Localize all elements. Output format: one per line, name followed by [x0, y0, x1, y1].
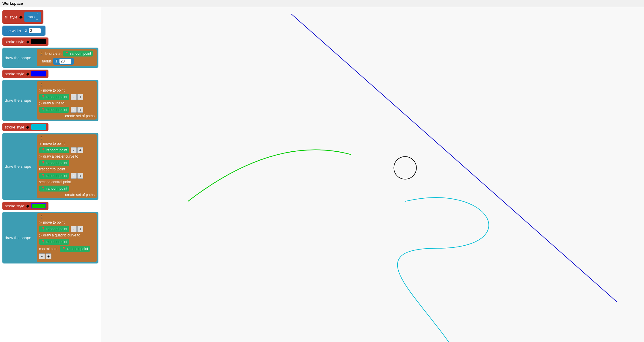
- stroke-style-2-block: stroke style ◆: [2, 70, 48, 78]
- move-to-row-3: ▷ move to point 📍 random point - +: [39, 142, 95, 153]
- draw-shape-2-inner: 🚶 ▷ move to point 📍 random point - +: [37, 81, 97, 120]
- draw-shape-1-content: 🚶 ▷ circle at 📍 random point radius: [35, 48, 98, 68]
- radius-input-wrapper: Σ: [53, 58, 74, 65]
- plus-btn-4a[interactable]: +: [77, 226, 83, 232]
- random-point-3d[interactable]: 📍 random point: [39, 186, 69, 192]
- radius-row: radius Σ: [39, 58, 95, 65]
- plus-btn-4b[interactable]: +: [45, 253, 51, 259]
- stroke-style-1-label: stroke style: [5, 40, 24, 44]
- person-icon: 🚶: [39, 51, 44, 56]
- left-panel: fill style ◆ trans ⌃⌄ line width Σ strok…: [0, 7, 101, 342]
- stroke-style-4-label: stroke style: [5, 204, 24, 208]
- random-point-3a[interactable]: 📍 random point: [39, 147, 69, 153]
- pin-icon-2a: 📍: [41, 95, 45, 99]
- stroke-2-color-swatch[interactable]: [31, 71, 46, 76]
- stroke-3-color-swatch[interactable]: [31, 124, 46, 130]
- move-to-row-4: ▷ move to point 📍 random point - +: [39, 220, 95, 232]
- pm-group-2a: - +: [71, 94, 83, 100]
- random-point-2b[interactable]: 📍 random point: [39, 107, 69, 113]
- triangle-icon-3b: ▷: [39, 154, 42, 159]
- random-point-4b[interactable]: 📍 random point: [39, 239, 69, 245]
- plus-btn-2a[interactable]: +: [77, 94, 83, 100]
- fill-style-value: trans: [27, 15, 35, 19]
- stroke-4-diamond-icon: ◆: [26, 203, 29, 208]
- fill-dropdown-arrow: ⌃⌄: [36, 13, 39, 21]
- fill-diamond-icon: ◆: [19, 15, 23, 19]
- draw-3-person-row: 🚶: [39, 136, 95, 140]
- line-width-input-wrapper: Σ: [23, 27, 43, 34]
- ctrl1-row: first control point 📍 random point - +: [39, 167, 95, 179]
- draw-2-person-row: 🚶: [39, 83, 95, 87]
- draw-shape-4-label: draw the shape: [5, 236, 31, 240]
- triangle-icon-2b: ▷: [39, 101, 42, 105]
- random-point-1[interactable]: 📍 random point: [63, 51, 93, 57]
- line-width-block: line width Σ: [2, 26, 45, 36]
- pin-icon-2b: 📍: [41, 108, 45, 112]
- fill-style-dropdown[interactable]: trans ⌃⌄: [24, 12, 41, 22]
- plus-btn-3b[interactable]: +: [77, 173, 83, 179]
- canvas-area[interactable]: [101, 7, 644, 342]
- radius-sigma: Σ: [56, 59, 58, 63]
- triangle-icon-4b: ▷: [39, 233, 42, 237]
- draw-shape-2-content: 🚶 ▷ move to point 📍 random point - +: [35, 80, 98, 121]
- triangle-icon-2: ▷: [39, 88, 42, 92]
- stroke-1-color-swatch[interactable]: [31, 39, 46, 44]
- radius-input[interactable]: [59, 59, 71, 64]
- minus-btn-4b[interactable]: -: [39, 253, 45, 259]
- pm-group-4a: - +: [71, 226, 83, 232]
- random-point-3c[interactable]: 📍 random point: [39, 173, 69, 179]
- stroke-3-diamond-icon: ◆: [26, 125, 29, 129]
- pin-icon-1: 📍: [65, 51, 69, 56]
- draw-4-person-row: 🚶: [39, 215, 95, 219]
- pin-icon-4c: 📍: [62, 247, 66, 251]
- triangle-icon-4a: ▷: [39, 220, 42, 225]
- plus-btn-2b[interactable]: +: [77, 107, 83, 113]
- minus-btn-3a[interactable]: -: [71, 147, 77, 153]
- pin-icon-4a: 📍: [41, 227, 45, 231]
- stroke-style-4-block: stroke style ◆: [2, 202, 48, 210]
- pm-group-4b: - +: [39, 253, 51, 259]
- main-layout: fill style ◆ trans ⌃⌄ line width Σ strok…: [0, 7, 644, 342]
- pin-icon-3a: 📍: [41, 148, 45, 152]
- pm-group-3b: - +: [71, 173, 83, 179]
- line-width-input[interactable]: [29, 28, 41, 33]
- random-point-4a[interactable]: 📍 random point: [39, 226, 69, 232]
- draw-shape-3-content: 🚶 ▷ move to point 📍 random point - +: [35, 133, 98, 200]
- fill-style-block: fill style ◆ trans ⌃⌄: [2, 10, 43, 24]
- draw-shape-3-block: draw the shape 🚶 ▷ move to point 📍 rando…: [2, 133, 98, 200]
- drawing-canvas: [101, 7, 644, 342]
- draw-shape-3-inner: 🚶 ▷ move to point 📍 random point - +: [37, 134, 97, 198]
- circle-label: ▷ circle at: [45, 51, 61, 56]
- minus-btn-2a[interactable]: -: [71, 94, 77, 100]
- minus-btn-3b[interactable]: -: [71, 173, 77, 179]
- draw-shape-1-block: draw the shape 🚶 ▷ circle at 📍 random po…: [2, 48, 98, 68]
- random-point-3b[interactable]: 📍 random point: [39, 160, 69, 166]
- pm-group-3a: - +: [71, 147, 83, 153]
- random-point-2a[interactable]: 📍 random point: [39, 94, 69, 100]
- person-icon-4: 🚶: [39, 215, 44, 219]
- plus-btn-3a[interactable]: +: [77, 147, 83, 153]
- workspace-title: Workspace: [2, 1, 23, 6]
- pin-icon-3d: 📍: [41, 186, 45, 191]
- draw-shape-1-label: draw the shape: [5, 56, 31, 60]
- stroke-4-color-swatch[interactable]: [31, 203, 46, 208]
- stroke-style-2-label: stroke style: [5, 72, 24, 76]
- stroke-2-diamond-icon: ◆: [26, 71, 29, 76]
- draw-shape-1-inner: 🚶 ▷ circle at 📍 random point radius: [37, 49, 97, 66]
- draw-shape-2-label: draw the shape: [5, 98, 31, 103]
- create-paths-3: create set of paths: [39, 193, 95, 197]
- person-icon-3: 🚶: [39, 136, 44, 140]
- minus-btn-2b[interactable]: -: [71, 107, 77, 113]
- person-icon-2: 🚶: [39, 83, 44, 87]
- fill-style-label: fill style: [5, 15, 18, 19]
- random-point-4c[interactable]: 📍 random point: [60, 246, 90, 252]
- draw-shape-4-content: 🚶 ▷ move to point 📍 random point - +: [35, 212, 98, 263]
- sigma-icon: Σ: [25, 29, 27, 33]
- line-to-row-2: ▷ draw a line to 📍 random point - +: [39, 101, 95, 113]
- ctrl-row-4: control point 📍 random point - +: [39, 246, 95, 259]
- circle-at-row: 🚶 ▷ circle at 📍 random point: [39, 51, 95, 57]
- radius-label: radius: [42, 59, 52, 63]
- draw-shape-4-label-col: draw the shape: [2, 212, 35, 263]
- minus-btn-4a[interactable]: -: [71, 226, 77, 232]
- draw-shape-4-inner: 🚶 ▷ move to point 📍 random point - +: [37, 213, 97, 262]
